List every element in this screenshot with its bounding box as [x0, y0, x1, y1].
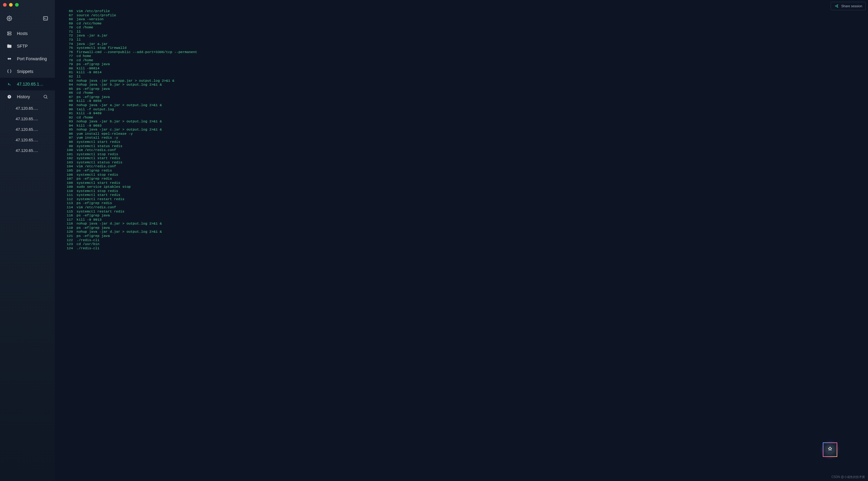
terminal-line: 68java -version: [61, 17, 868, 22]
terminal-line: 117kill -9 9913: [61, 218, 868, 222]
terminal-line: 95nohup java -jar c.jar > output.log 2>&…: [61, 127, 868, 132]
terminal-line: 86cd /home: [61, 91, 868, 95]
braces-icon: [7, 69, 12, 74]
history-list: 47.120.65.… 47.120.65.… 47.120.65.… 47.1…: [0, 103, 55, 156]
terminal-line: 90tail -f output.log: [61, 107, 868, 111]
terminal-line: 76firewall-cmd --zone=public --add-port=…: [61, 50, 868, 54]
share-session-button[interactable]: Share session: [831, 2, 866, 10]
terminal-line: 118nohup java -jar d.jar > output.log 2>…: [61, 222, 868, 226]
nav-active-session[interactable]: 47.120.65.1…: [0, 78, 55, 90]
terminal-line: 97yum install redis -y: [61, 136, 868, 140]
close-window-icon[interactable]: [3, 3, 7, 7]
terminal-line: 108systemctl start redis: [61, 181, 868, 185]
terminal-line: 122./redis-cli: [61, 238, 868, 242]
prompt-icon: [7, 82, 12, 87]
terminal-line: 69cd /etc/home: [61, 22, 868, 26]
terminal-line: 84nohup java -jar b.jar > output.log 2>&…: [61, 83, 868, 87]
history-header[interactable]: History: [0, 90, 55, 103]
nav-port-forwarding[interactable]: Port Forwarding: [0, 53, 55, 65]
terminal-line: 85ps -ef|grep java: [61, 87, 868, 91]
clock-icon: [7, 94, 12, 99]
terminal-line: 81kill -9 8614: [61, 70, 868, 74]
terminal-line: 92cd /home: [61, 116, 868, 120]
terminal-line: 115systemctl restart redis: [61, 210, 868, 214]
nav-label: SFTP: [17, 44, 28, 49]
terminal-line: 89nohup java -jar a.jar > output.log 2>&…: [61, 103, 868, 107]
terminal-line: 79ps -ef|grep java: [61, 62, 868, 66]
terminal-line: 93nohup java -jar b.jar > output.log 2>&…: [61, 119, 868, 124]
terminal-line: 75systemctl stop firewalld: [61, 46, 868, 50]
terminal-output[interactable]: 66vim /etc/profile67source /etc/profile6…: [55, 0, 868, 481]
svg-point-7: [44, 95, 47, 98]
history-item[interactable]: 47.120.65.…: [0, 103, 55, 114]
terminal-line: 107ps -ef|grep redis: [61, 177, 868, 181]
nav-sftp[interactable]: SFTP: [0, 40, 55, 53]
share-label: Share session: [841, 4, 862, 8]
svg-point-5: [8, 34, 8, 35]
history-header-left: History: [7, 94, 30, 99]
terminal-line: 99systemctl status redis: [61, 144, 868, 148]
terminal-line: 98systemctl start redis: [61, 140, 868, 144]
terminal-line: 74java -jar a.jar: [61, 42, 868, 46]
history-item[interactable]: 47.120.65.…: [0, 135, 55, 145]
terminal-line: 96yum install epel-release -y: [61, 132, 868, 136]
maximize-window-icon[interactable]: [15, 3, 19, 7]
history-label: History: [17, 94, 30, 99]
terminal-icon[interactable]: [43, 16, 48, 21]
terminal-line: 66vim /etc/profile: [61, 9, 868, 13]
terminal-line: 116ps -ef|grep java: [61, 213, 868, 218]
terminal-line: 121ps -ef|grep java: [61, 234, 868, 238]
ai-icon: [824, 443, 837, 456]
nav-hosts[interactable]: Hosts: [0, 27, 55, 40]
history-item[interactable]: 47.120.65.…: [0, 114, 55, 124]
search-icon[interactable]: [43, 94, 48, 99]
terminal-line: 114vim /etc/redis.conf: [61, 205, 868, 210]
nav-label: Snippets: [17, 69, 33, 74]
terminal-line: 78cd /home: [61, 58, 868, 62]
folder-icon: [7, 43, 12, 49]
hosts-icon: [7, 31, 12, 36]
terminal-line: 113ps -ef|grep redis: [61, 201, 868, 205]
nav-items: Hosts SFTP Port Forwarding Snippets 47.1…: [0, 27, 55, 90]
svg-rect-1: [43, 17, 48, 20]
terminal-line: 82ll: [61, 74, 868, 79]
gear-icon[interactable]: [7, 16, 12, 21]
terminal-line: 94kill -9 9693: [61, 124, 868, 128]
terminal-line: 104vim /etc/redis.conf: [61, 164, 868, 168]
terminal-line: 71ll: [61, 30, 868, 34]
terminal-line: 102systemctl start redis: [61, 156, 868, 160]
terminal-line: 110systemctl stop redis: [61, 189, 868, 193]
share-icon: [834, 3, 839, 9]
terminal-line: 124./redis-cli: [61, 246, 868, 251]
terminal-line: 120nohup java -jar d.jar > output.log 2>…: [61, 230, 868, 234]
terminal-line: 123cd /usr/bin: [61, 242, 868, 246]
nav-snippets[interactable]: Snippets: [0, 65, 55, 78]
forward-icon: [7, 56, 12, 62]
terminal-line: 83nohup java -jar yourapp.jar > output.l…: [61, 79, 868, 83]
window-controls: [0, 0, 55, 10]
terminal-line: 112systemctl restart redis: [61, 197, 868, 201]
svg-point-0: [9, 18, 10, 19]
history-item[interactable]: 47.120.65.…: [0, 145, 55, 156]
sidebar: Hosts SFTP Port Forwarding Snippets 47.1…: [0, 0, 55, 481]
terminal-line: 119ps -ef|grep java: [61, 226, 868, 230]
svg-point-4: [8, 32, 8, 33]
nav-label: 47.120.65.1…: [17, 82, 43, 87]
history-item[interactable]: 47.120.65.…: [0, 124, 55, 135]
ai-assistant-button[interactable]: [823, 442, 837, 457]
terminal-line: 101systemctl stop redis: [61, 152, 868, 156]
terminal-line: 80kill -98614: [61, 66, 868, 70]
main-panel: Share session 66vim /etc/profile67source…: [55, 0, 868, 481]
terminal-line: 106systemctl stop redis: [61, 173, 868, 177]
terminal-line: 70cd /home: [61, 25, 868, 30]
terminal-line: 87ps -ef|grep java: [61, 95, 868, 99]
top-icons: [0, 10, 55, 27]
terminal-line: 100vim /etc/redis.conf: [61, 148, 868, 152]
terminal-line: 88kill -9 8856: [61, 99, 868, 103]
minimize-window-icon[interactable]: [9, 3, 13, 7]
terminal-line: 103systemctl status redis: [61, 160, 868, 165]
terminal-line: 111systemctl start redis: [61, 193, 868, 197]
nav-label: Port Forwarding: [17, 56, 47, 61]
terminal-line: 91kill -9 9469: [61, 111, 868, 116]
watermark: CSDN @小咸鱼的技术窝: [832, 475, 865, 479]
